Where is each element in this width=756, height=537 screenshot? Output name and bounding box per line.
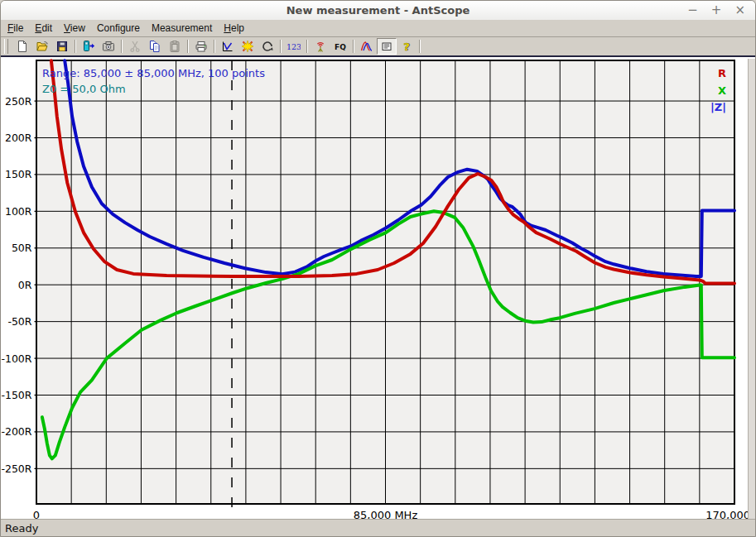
- toolbar-separator: [353, 40, 354, 53]
- star-burst-button[interactable]: [238, 38, 258, 55]
- menubar: FileEditViewConfigureMeasurementHelp: [1, 20, 755, 37]
- screenshot-camera-icon: [102, 40, 115, 53]
- y-axis-label: 50R: [12, 242, 32, 254]
- refresh-button[interactable]: [258, 38, 277, 55]
- y-axis-label: 100R: [5, 205, 32, 218]
- legend-X: X: [710, 83, 726, 100]
- refresh-icon: [261, 40, 274, 53]
- new-document-button[interactable]: [12, 38, 32, 55]
- print-button[interactable]: [191, 38, 211, 55]
- svg-text:FQ: FQ: [335, 43, 346, 51]
- chart-area[interactable]: 250R200R150R100R50R0R-50R-100R-150R-200R…: [1, 57, 755, 520]
- toolbar-separator: [280, 40, 282, 53]
- range-annotation: Range: 85,000 ± 85,000 MHz, 100 points: [42, 67, 265, 79]
- connect-device-icon: [82, 40, 95, 53]
- status-text: Ready: [5, 522, 38, 535]
- statusbar: Ready: [1, 519, 755, 536]
- y-axis-label: -200R: [1, 425, 31, 438]
- save-button[interactable]: [52, 38, 72, 55]
- legend-Z: |Z|: [710, 99, 726, 117]
- menu-file[interactable]: File: [2, 20, 29, 36]
- numeric-123-button[interactable]: 123: [284, 38, 304, 55]
- list-view-icon: [380, 40, 393, 53]
- y-axis-label: 200R: [5, 132, 32, 144]
- new-document-icon: [16, 40, 29, 53]
- fq-icon: FQ: [334, 40, 347, 53]
- menu-edit[interactable]: Edit: [29, 20, 58, 36]
- y-axis-label: -150R: [1, 389, 31, 401]
- app-window: New measurement - AntScope − + × FileEdi…: [0, 0, 756, 537]
- right-scroll-strip: [748, 59, 755, 522]
- cut-button[interactable]: [125, 38, 145, 55]
- window-title: New measurement - AntScope: [1, 1, 755, 20]
- plot-svg[interactable]: 250R200R150R100R50R0R-50R-100R-150R-200R…: [1, 57, 756, 520]
- svg-text:?: ?: [403, 41, 410, 53]
- open-file-icon: [36, 40, 49, 53]
- minimize-button[interactable]: −: [687, 4, 698, 17]
- maximize-button[interactable]: +: [711, 4, 722, 17]
- antenna-button[interactable]: [311, 38, 330, 55]
- cut-icon: [128, 40, 142, 53]
- help-button[interactable]: ??: [397, 38, 417, 55]
- toolbar-separator: [187, 40, 189, 53]
- help-icon: ??: [400, 40, 413, 53]
- toolbar-separator: [419, 40, 421, 53]
- toolbar-separator: [214, 40, 215, 53]
- paste-button[interactable]: [165, 38, 185, 55]
- rx-curves-icon: [360, 40, 373, 53]
- copy-icon: [148, 40, 161, 53]
- toolbar-grip[interactable]: [4, 39, 8, 54]
- toolbar: 123FQ??: [1, 37, 755, 57]
- menu-measurement[interactable]: Measurement: [146, 20, 218, 36]
- screenshot-camera-button[interactable]: [99, 38, 118, 55]
- legend-R: R: [710, 65, 726, 83]
- y-axis-label: 150R: [5, 168, 32, 180]
- numeric-123-icon: 123: [287, 40, 301, 53]
- y-axis-label: -100R: [1, 352, 31, 365]
- toolbar-separator: [306, 40, 308, 53]
- paste-icon: [168, 40, 181, 53]
- list-view-button[interactable]: [377, 38, 397, 55]
- toolbar-separator: [75, 40, 76, 53]
- antenna-icon: [314, 40, 327, 53]
- titlebar[interactable]: New measurement - AntScope − + ×: [1, 1, 755, 20]
- svg-text:123: 123: [287, 42, 301, 51]
- rx-curves-button[interactable]: [357, 38, 377, 55]
- y-axis-label: 250R: [5, 95, 32, 108]
- chart-legend: RX|Z|: [710, 65, 726, 117]
- copy-button[interactable]: [145, 38, 165, 55]
- chart-view-icon: [221, 40, 234, 53]
- y-axis-label: -50R: [7, 315, 31, 328]
- star-burst-icon: [241, 40, 254, 53]
- menu-view[interactable]: View: [58, 20, 91, 36]
- toolbar-separator: [121, 40, 123, 53]
- menu-configure[interactable]: Configure: [91, 20, 146, 36]
- connect-device-button[interactable]: [79, 38, 99, 55]
- z0-annotation: Z0 = 50,0 Ohm: [42, 83, 126, 95]
- y-axis-label: 0R: [18, 279, 32, 291]
- print-icon: [195, 40, 208, 53]
- open-file-button[interactable]: [32, 38, 52, 55]
- save-icon: [55, 40, 69, 53]
- menu-help[interactable]: Help: [218, 20, 250, 36]
- chart-view-button[interactable]: [218, 38, 238, 55]
- fq-button[interactable]: FQ: [330, 38, 350, 55]
- y-axis-label: -250R: [1, 463, 31, 475]
- close-button[interactable]: ×: [734, 4, 745, 17]
